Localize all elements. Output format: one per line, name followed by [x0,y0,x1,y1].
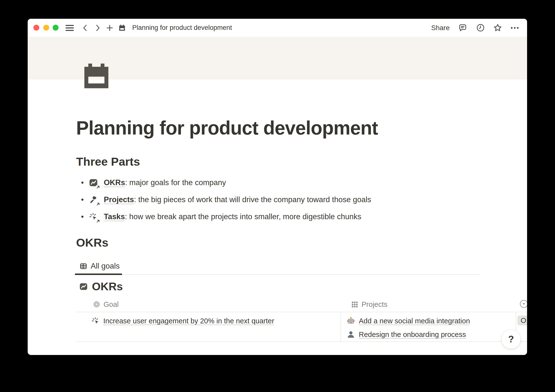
help-button[interactable]: ? [501,330,521,349]
click-burst-icon [91,317,100,325]
breadcrumb-calendar-icon [118,19,126,37]
notion-window: Planning for product development Share P… [28,19,527,355]
project-link-item: Redesign the onboarding process [346,329,466,340]
link-arrow-icon [96,185,100,189]
column-header-projects[interactable]: Projects [351,300,387,309]
page-link-tasks[interactable]: Tasks [104,212,125,221]
bullet-dot: • [76,178,89,187]
minimize-window-button[interactable] [43,25,49,31]
plus-new-page-icon[interactable] [106,19,113,37]
column-header-goal[interactable]: Goal [93,300,119,309]
target-icon [93,301,100,308]
bullet-text: : major goals for the company [125,178,226,187]
hammer-link-icon [89,195,98,204]
tab-all-goals[interactable]: All goals [80,262,120,271]
table-header-border [75,312,527,312]
page-title: Planning for product development [76,117,378,139]
page-link-okrs[interactable]: OKRs [104,178,125,187]
more-options-icon[interactable] [511,19,519,37]
bullet-dot: • [76,212,89,221]
view-tabs-divider [75,274,480,275]
bullet-text: : the big pieces of work that will drive… [134,195,371,204]
favorite-star-icon[interactable] [493,19,502,37]
person-emoji [346,330,355,339]
bullet-text: : how we break apart the projects into s… [125,212,361,221]
column-header-goal-label: Goal [104,300,119,309]
comments-icon[interactable] [458,19,467,37]
click-link-icon [89,212,98,221]
circle-chevron-down-icon[interactable] [519,299,527,309]
hamburger-menu-icon[interactable] [65,19,74,37]
column-divider [341,312,341,341]
goal-page-link[interactable]: Increase user engagement by 20% in the n… [103,317,274,325]
link-arrow-icon [96,202,100,206]
page-icon-calendar[interactable] [82,62,111,90]
project-page-link[interactable]: Add a new social media integration [359,317,470,325]
bullet-dot: • [76,195,89,204]
database-title[interactable]: OKRs [92,280,123,293]
back-icon[interactable] [82,19,88,37]
chart-badge-icon [79,282,88,291]
status-tag[interactable]: O [517,315,527,325]
list-item: • Projects: the big pieces of work that … [76,194,371,205]
window-titlebar: Planning for product development Share [28,19,527,37]
heading-three-parts: Three Parts [76,155,140,168]
tab-all-goals-label: All goals [91,262,120,271]
breadcrumb-page-title[interactable]: Planning for product development [132,19,232,37]
forward-icon[interactable] [95,19,101,37]
heading-okrs: OKRs [76,236,108,249]
list-item: • OKRs: major goals for the company [76,177,226,188]
relation-grid-icon [351,301,358,308]
updates-clock-icon[interactable] [476,19,485,37]
help-button-label: ? [508,334,514,345]
status-tag-label: O [521,316,526,325]
active-tab-indicator [75,274,122,275]
table-row-goal-cell: Increase user engagement by 20% in the n… [91,315,274,326]
robot-emoji [346,316,355,325]
link-arrow-icon [96,219,100,223]
project-page-link[interactable]: Redesign the onboarding process [359,331,466,339]
list-item: • Tasks: how we break apart the projects… [76,211,361,222]
page-link-projects[interactable]: Projects [104,195,134,204]
database-title-row: OKRs [79,281,123,292]
table-view-icon [80,262,87,270]
zoom-window-button[interactable] [53,25,59,31]
share-button[interactable]: Share [431,19,450,37]
project-link-item: Add a new social media integration [346,315,470,326]
close-window-button[interactable] [33,25,39,31]
table-row-border [75,341,527,342]
chart-link-icon [89,178,98,187]
column-header-projects-label: Projects [362,300,387,309]
